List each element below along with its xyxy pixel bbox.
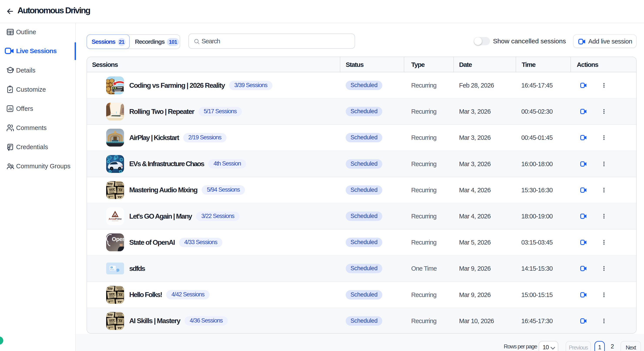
svg-text:ArrowPrime: ArrowPrime xyxy=(108,217,122,220)
svg-text:Open: Open xyxy=(112,236,124,242)
